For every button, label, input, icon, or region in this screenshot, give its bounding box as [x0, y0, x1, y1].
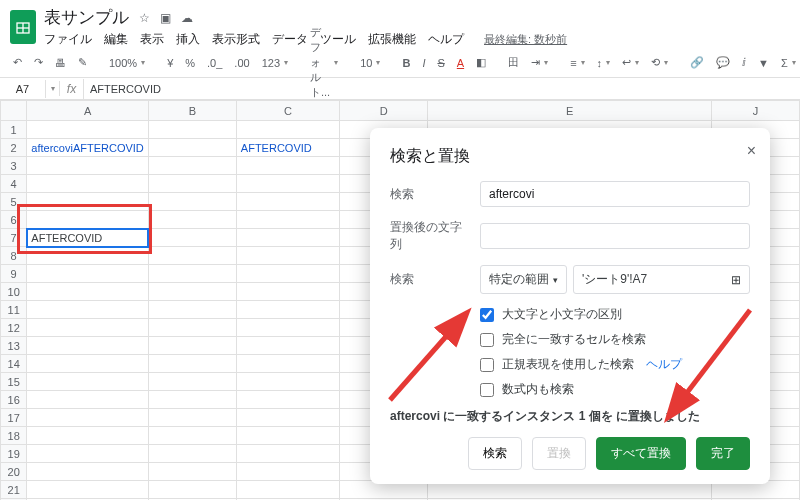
fill-color-icon[interactable]: ◧: [473, 54, 489, 71]
menu-help[interactable]: ヘルプ: [428, 31, 464, 48]
label-replace: 置換後の文字列: [390, 219, 470, 253]
dialog-title: 検索と置換: [390, 146, 750, 167]
cell-a2[interactable]: aftercoviAFTERCOVID: [27, 139, 148, 157]
row-header[interactable]: 17: [1, 409, 27, 427]
fx-icon: fx: [60, 79, 84, 99]
menu-insert[interactable]: 挿入: [176, 31, 200, 48]
row-header[interactable]: 15: [1, 373, 27, 391]
formula-bar: A7 ▾ fx AFTERCOVID: [0, 78, 800, 100]
functions-icon[interactable]: Σ: [778, 55, 799, 71]
name-box-dropdown[interactable]: ▾: [46, 81, 60, 96]
find-replace-dialog: 検索と置換 × 検索 置換後の文字列 検索 特定の範囲▾ 'シート9'!A7⊞ …: [370, 128, 770, 484]
move-icon[interactable]: ▣: [160, 11, 171, 25]
replace-all-button[interactable]: すべて置換: [596, 437, 686, 470]
label-scope: 検索: [390, 271, 470, 288]
range-picker-icon[interactable]: ⊞: [731, 273, 741, 287]
row-header[interactable]: 6: [1, 211, 27, 229]
bold-button[interactable]: B: [399, 55, 413, 71]
dec-decrease[interactable]: .0_: [204, 55, 225, 71]
zoom-select[interactable]: 100%: [106, 55, 148, 71]
close-icon[interactable]: ×: [747, 142, 756, 160]
row-header[interactable]: 18: [1, 427, 27, 445]
wrap-icon[interactable]: ↩: [619, 54, 642, 71]
cell-a7-active[interactable]: AFTERCOVID: [27, 229, 148, 247]
col-header[interactable]: J: [711, 101, 799, 121]
row-header[interactable]: 21: [1, 481, 27, 499]
col-header[interactable]: A: [27, 101, 148, 121]
find-button[interactable]: 検索: [468, 437, 522, 470]
checkbox-regex[interactable]: 正規表現を使用した検索ヘルプ: [480, 356, 750, 373]
col-header[interactable]: C: [236, 101, 339, 121]
text-color-button[interactable]: A: [454, 55, 467, 71]
row-header[interactable]: 20: [1, 463, 27, 481]
undo-icon[interactable]: ↶: [10, 54, 25, 71]
menu-format[interactable]: 表示形式: [212, 31, 260, 48]
borders-icon[interactable]: 田: [505, 53, 522, 72]
print-icon[interactable]: 🖶: [52, 55, 69, 71]
status-message: aftercovi に一致するインスタンス 1 個を に置換しました: [390, 408, 750, 425]
row-header[interactable]: 5: [1, 193, 27, 211]
row-header[interactable]: 1: [1, 121, 27, 139]
row-header[interactable]: 13: [1, 337, 27, 355]
halign-icon[interactable]: ≡: [567, 55, 587, 71]
cell-c2[interactable]: AFTERCOVID: [236, 139, 339, 157]
name-box[interactable]: A7: [0, 80, 46, 98]
checkbox-formula[interactable]: 数式内も検索: [480, 381, 750, 398]
row-header[interactable]: 19: [1, 445, 27, 463]
regex-help-link[interactable]: ヘルプ: [646, 356, 682, 373]
menu-file[interactable]: ファイル: [44, 31, 92, 48]
dec-increase[interactable]: .00: [231, 55, 252, 71]
menu-view[interactable]: 表示: [140, 31, 164, 48]
currency-format[interactable]: ¥: [164, 55, 176, 71]
star-icon[interactable]: ☆: [139, 11, 150, 25]
font-size[interactable]: 10: [357, 55, 383, 71]
scope-select[interactable]: 特定の範囲▾: [480, 265, 567, 294]
col-header[interactable]: B: [148, 101, 236, 121]
checkbox-case[interactable]: 大文字と小文字の区別: [480, 306, 750, 323]
menu-edit[interactable]: 編集: [104, 31, 128, 48]
last-edit-link[interactable]: 最終編集: 数秒前: [484, 32, 567, 47]
link-icon[interactable]: 🔗: [687, 54, 707, 71]
sheets-app-icon[interactable]: [10, 10, 36, 44]
checkbox-exact[interactable]: 完全に一致するセルを検索: [480, 331, 750, 348]
row-header[interactable]: 3: [1, 157, 27, 175]
row-header[interactable]: 14: [1, 355, 27, 373]
replace-button[interactable]: 置換: [532, 437, 586, 470]
redo-icon[interactable]: ↷: [31, 54, 46, 71]
app-header: 表サンプル ☆ ▣ ☁ ファイル 編集 表示 挿入 表示形式 データ ツール 拡…: [0, 0, 800, 48]
menu-data[interactable]: データ: [272, 31, 308, 48]
chart-icon[interactable]: ⅈ: [739, 54, 749, 71]
merge-icon[interactable]: ⇥: [528, 54, 551, 71]
row-header[interactable]: 4: [1, 175, 27, 193]
row-header[interactable]: 10: [1, 283, 27, 301]
toolbar: ↶ ↷ 🖶 ✎ 100% ¥ % .0_ .00 123 デフォルト... 10…: [0, 48, 800, 78]
row-header[interactable]: 7: [1, 229, 27, 247]
valign-icon[interactable]: ↕: [594, 55, 614, 71]
doc-title[interactable]: 表サンプル: [44, 6, 129, 29]
paint-format-icon[interactable]: ✎: [75, 54, 90, 71]
menu-extensions[interactable]: 拡張機能: [368, 31, 416, 48]
col-header[interactable]: D: [340, 101, 428, 121]
row-header[interactable]: 11: [1, 301, 27, 319]
row-header[interactable]: 8: [1, 247, 27, 265]
rotate-icon[interactable]: ⟲: [648, 54, 671, 71]
row-header[interactable]: 9: [1, 265, 27, 283]
cloud-icon[interactable]: ☁: [181, 11, 193, 25]
strike-button[interactable]: S: [434, 55, 447, 71]
filter-icon[interactable]: ▼: [755, 55, 772, 71]
row-header[interactable]: 16: [1, 391, 27, 409]
replace-input[interactable]: [480, 223, 750, 249]
row-header[interactable]: 2: [1, 139, 27, 157]
row-header[interactable]: 12: [1, 319, 27, 337]
label-search: 検索: [390, 186, 470, 203]
italic-button[interactable]: I: [419, 55, 428, 71]
formula-input[interactable]: AFTERCOVID: [84, 80, 800, 98]
done-button[interactable]: 完了: [696, 437, 750, 470]
comment-icon[interactable]: 💬: [713, 54, 733, 71]
percent-format[interactable]: %: [182, 55, 198, 71]
search-input[interactable]: [480, 181, 750, 207]
menu-bar: ファイル 編集 表示 挿入 表示形式 データ ツール 拡張機能 ヘルプ 最終編集…: [44, 31, 567, 48]
range-input[interactable]: 'シート9'!A7⊞: [573, 265, 750, 294]
number-format[interactable]: 123: [259, 55, 291, 71]
col-header[interactable]: E: [428, 101, 712, 121]
